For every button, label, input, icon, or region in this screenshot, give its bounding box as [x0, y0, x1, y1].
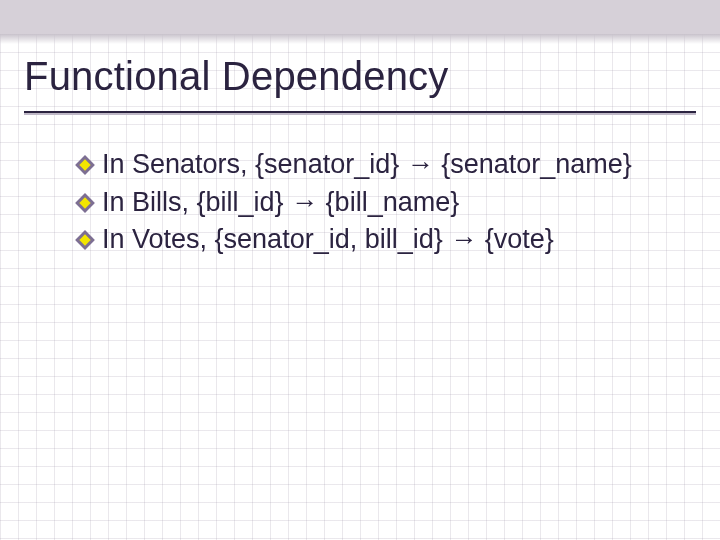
slide-content: Functional Dependency In Senators, {sena…	[24, 48, 696, 520]
list-item-text: In Bills, {bill_id} → {bill_name}	[102, 185, 696, 221]
top-strip	[0, 0, 720, 34]
slide-title: Functional Dependency	[24, 48, 696, 109]
diamond-bullet-icon	[78, 233, 92, 247]
diamond-bullet-icon	[78, 158, 92, 172]
list-item-text: In Votes, {senator_id, bill_id} → {vote}	[102, 222, 696, 258]
list-item: In Senators, {senator_id} → {senator_nam…	[78, 147, 696, 183]
list-item-text: In Senators, {senator_id} → {senator_nam…	[102, 147, 696, 183]
title-underline	[24, 111, 696, 113]
list-item: In Votes, {senator_id, bill_id} → {vote}	[78, 222, 696, 258]
top-strip-shadow	[0, 34, 720, 44]
diamond-bullet-icon	[78, 196, 92, 210]
bullet-list: In Senators, {senator_id} → {senator_nam…	[24, 147, 696, 258]
list-item: In Bills, {bill_id} → {bill_name}	[78, 185, 696, 221]
